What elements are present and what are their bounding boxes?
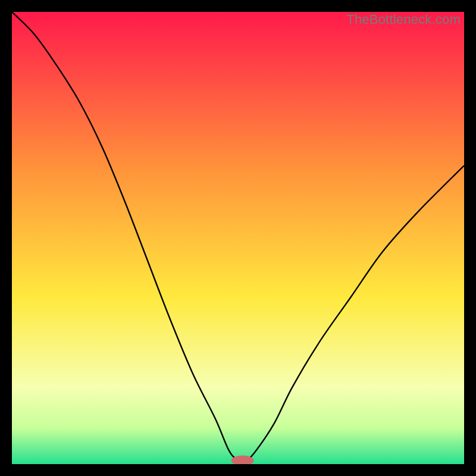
plot-area: TheBottleneck.com (12, 12, 464, 464)
gradient-background (12, 12, 464, 464)
chart-frame: TheBottleneck.com (0, 0, 476, 476)
watermark-text: TheBottleneck.com (346, 12, 461, 27)
bottleneck-chart (12, 12, 464, 464)
